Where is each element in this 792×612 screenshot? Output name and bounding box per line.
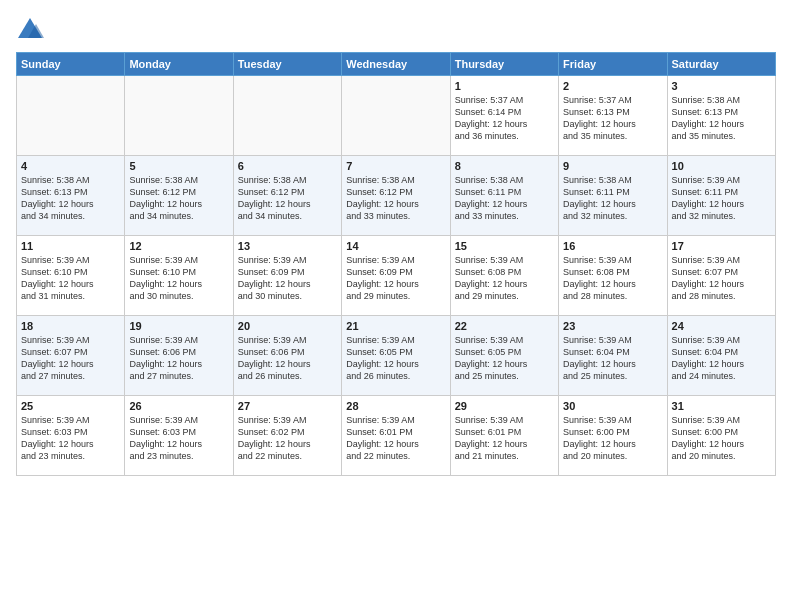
calendar-cell <box>342 76 450 156</box>
calendar-cell: 12Sunrise: 5:39 AM Sunset: 6:10 PM Dayli… <box>125 236 233 316</box>
cell-date-number: 31 <box>672 400 771 412</box>
cell-daylight-info: Sunrise: 5:38 AM Sunset: 6:11 PM Dayligh… <box>455 174 554 223</box>
calendar-cell: 4Sunrise: 5:38 AM Sunset: 6:13 PM Daylig… <box>17 156 125 236</box>
cell-daylight-info: Sunrise: 5:39 AM Sunset: 6:08 PM Dayligh… <box>455 254 554 303</box>
calendar-week-row: 11Sunrise: 5:39 AM Sunset: 6:10 PM Dayli… <box>17 236 776 316</box>
calendar-week-row: 4Sunrise: 5:38 AM Sunset: 6:13 PM Daylig… <box>17 156 776 236</box>
cell-date-number: 19 <box>129 320 228 332</box>
day-header-sunday: Sunday <box>17 53 125 76</box>
cell-date-number: 23 <box>563 320 662 332</box>
cell-daylight-info: Sunrise: 5:38 AM Sunset: 6:12 PM Dayligh… <box>129 174 228 223</box>
calendar-cell: 1Sunrise: 5:37 AM Sunset: 6:14 PM Daylig… <box>450 76 558 156</box>
cell-daylight-info: Sunrise: 5:39 AM Sunset: 6:05 PM Dayligh… <box>346 334 445 383</box>
calendar-cell: 13Sunrise: 5:39 AM Sunset: 6:09 PM Dayli… <box>233 236 341 316</box>
calendar-cell: 24Sunrise: 5:39 AM Sunset: 6:04 PM Dayli… <box>667 316 775 396</box>
cell-date-number: 18 <box>21 320 120 332</box>
calendar-cell: 22Sunrise: 5:39 AM Sunset: 6:05 PM Dayli… <box>450 316 558 396</box>
cell-date-number: 8 <box>455 160 554 172</box>
cell-date-number: 9 <box>563 160 662 172</box>
calendar-cell <box>233 76 341 156</box>
cell-date-number: 1 <box>455 80 554 92</box>
calendar-header-row: SundayMondayTuesdayWednesdayThursdayFrid… <box>17 53 776 76</box>
cell-daylight-info: Sunrise: 5:39 AM Sunset: 6:03 PM Dayligh… <box>129 414 228 463</box>
cell-daylight-info: Sunrise: 5:39 AM Sunset: 6:02 PM Dayligh… <box>238 414 337 463</box>
day-header-thursday: Thursday <box>450 53 558 76</box>
cell-date-number: 28 <box>346 400 445 412</box>
cell-daylight-info: Sunrise: 5:39 AM Sunset: 6:09 PM Dayligh… <box>238 254 337 303</box>
cell-daylight-info: Sunrise: 5:39 AM Sunset: 6:09 PM Dayligh… <box>346 254 445 303</box>
cell-daylight-info: Sunrise: 5:38 AM Sunset: 6:13 PM Dayligh… <box>21 174 120 223</box>
calendar-cell: 19Sunrise: 5:39 AM Sunset: 6:06 PM Dayli… <box>125 316 233 396</box>
cell-date-number: 2 <box>563 80 662 92</box>
calendar-cell: 3Sunrise: 5:38 AM Sunset: 6:13 PM Daylig… <box>667 76 775 156</box>
cell-date-number: 26 <box>129 400 228 412</box>
calendar-cell: 2Sunrise: 5:37 AM Sunset: 6:13 PM Daylig… <box>559 76 667 156</box>
cell-daylight-info: Sunrise: 5:39 AM Sunset: 6:10 PM Dayligh… <box>21 254 120 303</box>
day-header-wednesday: Wednesday <box>342 53 450 76</box>
cell-date-number: 17 <box>672 240 771 252</box>
cell-date-number: 15 <box>455 240 554 252</box>
calendar-cell: 23Sunrise: 5:39 AM Sunset: 6:04 PM Dayli… <box>559 316 667 396</box>
cell-date-number: 16 <box>563 240 662 252</box>
cell-date-number: 10 <box>672 160 771 172</box>
calendar-cell: 5Sunrise: 5:38 AM Sunset: 6:12 PM Daylig… <box>125 156 233 236</box>
cell-date-number: 20 <box>238 320 337 332</box>
calendar-cell: 29Sunrise: 5:39 AM Sunset: 6:01 PM Dayli… <box>450 396 558 476</box>
calendar-cell: 6Sunrise: 5:38 AM Sunset: 6:12 PM Daylig… <box>233 156 341 236</box>
cell-daylight-info: Sunrise: 5:39 AM Sunset: 6:01 PM Dayligh… <box>455 414 554 463</box>
calendar-cell <box>17 76 125 156</box>
calendar-cell: 18Sunrise: 5:39 AM Sunset: 6:07 PM Dayli… <box>17 316 125 396</box>
cell-date-number: 27 <box>238 400 337 412</box>
cell-date-number: 14 <box>346 240 445 252</box>
cell-daylight-info: Sunrise: 5:39 AM Sunset: 6:11 PM Dayligh… <box>672 174 771 223</box>
logo <box>16 16 48 44</box>
calendar-cell: 26Sunrise: 5:39 AM Sunset: 6:03 PM Dayli… <box>125 396 233 476</box>
calendar-week-row: 18Sunrise: 5:39 AM Sunset: 6:07 PM Dayli… <box>17 316 776 396</box>
calendar-cell: 8Sunrise: 5:38 AM Sunset: 6:11 PM Daylig… <box>450 156 558 236</box>
cell-daylight-info: Sunrise: 5:38 AM Sunset: 6:12 PM Dayligh… <box>346 174 445 223</box>
day-header-saturday: Saturday <box>667 53 775 76</box>
calendar-cell: 17Sunrise: 5:39 AM Sunset: 6:07 PM Dayli… <box>667 236 775 316</box>
cell-date-number: 25 <box>21 400 120 412</box>
cell-daylight-info: Sunrise: 5:39 AM Sunset: 6:00 PM Dayligh… <box>563 414 662 463</box>
cell-daylight-info: Sunrise: 5:39 AM Sunset: 6:07 PM Dayligh… <box>672 254 771 303</box>
cell-date-number: 4 <box>21 160 120 172</box>
calendar-cell: 10Sunrise: 5:39 AM Sunset: 6:11 PM Dayli… <box>667 156 775 236</box>
calendar-cell: 11Sunrise: 5:39 AM Sunset: 6:10 PM Dayli… <box>17 236 125 316</box>
cell-daylight-info: Sunrise: 5:39 AM Sunset: 6:03 PM Dayligh… <box>21 414 120 463</box>
cell-date-number: 22 <box>455 320 554 332</box>
calendar-cell: 20Sunrise: 5:39 AM Sunset: 6:06 PM Dayli… <box>233 316 341 396</box>
calendar-cell: 31Sunrise: 5:39 AM Sunset: 6:00 PM Dayli… <box>667 396 775 476</box>
calendar-cell: 15Sunrise: 5:39 AM Sunset: 6:08 PM Dayli… <box>450 236 558 316</box>
cell-daylight-info: Sunrise: 5:39 AM Sunset: 6:07 PM Dayligh… <box>21 334 120 383</box>
calendar-cell: 16Sunrise: 5:39 AM Sunset: 6:08 PM Dayli… <box>559 236 667 316</box>
cell-date-number: 3 <box>672 80 771 92</box>
day-header-monday: Monday <box>125 53 233 76</box>
calendar-table: SundayMondayTuesdayWednesdayThursdayFrid… <box>16 52 776 476</box>
cell-daylight-info: Sunrise: 5:39 AM Sunset: 6:10 PM Dayligh… <box>129 254 228 303</box>
cell-date-number: 21 <box>346 320 445 332</box>
cell-daylight-info: Sunrise: 5:39 AM Sunset: 6:05 PM Dayligh… <box>455 334 554 383</box>
cell-daylight-info: Sunrise: 5:39 AM Sunset: 6:04 PM Dayligh… <box>563 334 662 383</box>
cell-date-number: 30 <box>563 400 662 412</box>
cell-daylight-info: Sunrise: 5:39 AM Sunset: 6:00 PM Dayligh… <box>672 414 771 463</box>
cell-date-number: 6 <box>238 160 337 172</box>
cell-date-number: 7 <box>346 160 445 172</box>
calendar-cell: 25Sunrise: 5:39 AM Sunset: 6:03 PM Dayli… <box>17 396 125 476</box>
calendar-week-row: 1Sunrise: 5:37 AM Sunset: 6:14 PM Daylig… <box>17 76 776 156</box>
calendar-cell: 7Sunrise: 5:38 AM Sunset: 6:12 PM Daylig… <box>342 156 450 236</box>
calendar-cell: 14Sunrise: 5:39 AM Sunset: 6:09 PM Dayli… <box>342 236 450 316</box>
cell-daylight-info: Sunrise: 5:39 AM Sunset: 6:08 PM Dayligh… <box>563 254 662 303</box>
logo-icon <box>16 16 44 44</box>
day-header-friday: Friday <box>559 53 667 76</box>
cell-daylight-info: Sunrise: 5:39 AM Sunset: 6:04 PM Dayligh… <box>672 334 771 383</box>
calendar-cell: 9Sunrise: 5:38 AM Sunset: 6:11 PM Daylig… <box>559 156 667 236</box>
calendar-cell <box>125 76 233 156</box>
calendar-cell: 30Sunrise: 5:39 AM Sunset: 6:00 PM Dayli… <box>559 396 667 476</box>
cell-date-number: 5 <box>129 160 228 172</box>
calendar-cell: 27Sunrise: 5:39 AM Sunset: 6:02 PM Dayli… <box>233 396 341 476</box>
cell-date-number: 13 <box>238 240 337 252</box>
cell-daylight-info: Sunrise: 5:39 AM Sunset: 6:06 PM Dayligh… <box>129 334 228 383</box>
cell-daylight-info: Sunrise: 5:38 AM Sunset: 6:13 PM Dayligh… <box>672 94 771 143</box>
cell-daylight-info: Sunrise: 5:38 AM Sunset: 6:12 PM Dayligh… <box>238 174 337 223</box>
